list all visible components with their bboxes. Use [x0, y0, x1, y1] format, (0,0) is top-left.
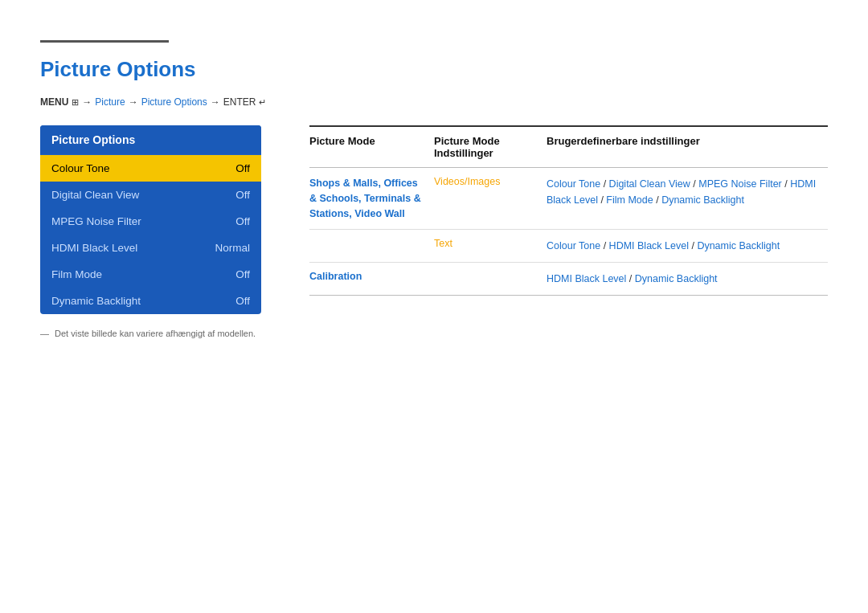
table-cell-picture-mode: Shops & Malls, Offices & Schools, Termin…: [309, 168, 434, 230]
menu-note: ― Det viste billede kan variere afhængig…: [40, 329, 261, 338]
table-cell-user-settings: Colour Tone / HDMI Black Level / Dynamic…: [547, 230, 828, 263]
menu-note-text: Det viste billede kan variere afhængigt …: [55, 329, 256, 338]
table-cell-picture-mode: [309, 230, 434, 263]
breadcrumb-link2[interactable]: Picture Options: [141, 96, 207, 108]
col-header-picture-mode: Picture Mode: [309, 127, 434, 168]
breadcrumb-arrow1: →: [82, 96, 92, 108]
setting-separator: /: [690, 178, 698, 190]
setting-separator: /: [600, 178, 608, 190]
table-header-row: Picture Mode Picture ModeIndstillinger B…: [309, 127, 828, 168]
page-title: Picture Options: [40, 57, 828, 82]
menu-box-title: Picture Options: [40, 125, 261, 155]
setting-separator: /: [689, 240, 697, 251]
menu-item-dynamic-backlight[interactable]: Dynamic BacklightOff: [40, 288, 261, 314]
breadcrumb-arrow3: →: [211, 96, 220, 108]
menu-item-value: Off: [235, 189, 250, 201]
top-divider: [40, 40, 169, 43]
menu-item-label: Digital Clean View: [51, 189, 139, 201]
breadcrumb-menu-icon: ⊞: [72, 97, 79, 108]
table-row: Shops & Malls, Offices & Schools, Termin…: [309, 168, 828, 230]
setting-link[interactable]: HDMI Black Level: [609, 240, 689, 251]
mode-label-text: Text: [434, 238, 452, 249]
setting-link[interactable]: Film Mode: [606, 194, 653, 206]
menu-item-colour-tone[interactable]: Colour ToneOff: [40, 155, 261, 182]
breadcrumb-arrow2: →: [129, 96, 138, 108]
setting-separator: /: [653, 194, 661, 206]
menu-item-value: Normal: [215, 242, 250, 254]
breadcrumb: MENU ⊞ → Picture → Picture Options → ENT…: [40, 96, 828, 108]
menu-item-label: Dynamic Backlight: [51, 295, 141, 307]
breadcrumb-enter: ENTER: [223, 96, 256, 108]
menu-item-film-mode[interactable]: Film ModeOff: [40, 261, 261, 288]
setting-separator: /: [598, 194, 606, 206]
table-panel: Picture Mode Picture ModeIndstillinger B…: [309, 125, 828, 296]
setting-link[interactable]: Colour Tone: [547, 178, 600, 190]
menu-item-label: Film Mode: [51, 268, 102, 280]
menu-item-value: Off: [235, 268, 250, 280]
mode-label-text: Videos/Images: [434, 176, 500, 187]
breadcrumb-menu: MENU: [40, 96, 68, 108]
table-row: TextColour Tone / HDMI Black Level / Dyn…: [309, 230, 828, 263]
table-row: CalibrationHDMI Black Level / Dynamic Ba…: [309, 263, 828, 296]
table-cell-user-settings: HDMI Black Level / Dynamic Backlight: [547, 263, 828, 296]
main-layout: Picture Options Colour ToneOffDigital Cl…: [40, 125, 828, 338]
setting-link[interactable]: MPEG Noise Filter: [698, 178, 782, 190]
info-table: Picture Mode Picture ModeIndstillinger B…: [309, 127, 828, 296]
menu-item-value: Off: [235, 215, 250, 227]
menu-item-value: Off: [235, 162, 250, 174]
setting-link[interactable]: HDMI Black Level: [547, 273, 626, 284]
menu-item-label: HDMI Black Level: [51, 242, 137, 254]
page-container: Picture Options MENU ⊞ → Picture → Pictu…: [0, 0, 868, 362]
setting-separator: /: [600, 240, 608, 251]
menu-item-label: Colour Tone: [51, 162, 110, 174]
setting-link[interactable]: Digital Clean View: [609, 178, 690, 190]
table-cell-picture-mode: Calibration: [309, 263, 434, 296]
menu-item-label: MPEG Noise Filter: [51, 215, 141, 227]
setting-link[interactable]: Dynamic Backlight: [697, 240, 780, 251]
table-cell-mode-label: [434, 263, 547, 296]
menu-box: Picture Options Colour ToneOffDigital Cl…: [40, 125, 261, 314]
breadcrumb-enter-icon: ↵: [259, 97, 266, 108]
col-header-brugerdefinerbare: Brugerdefinerbare indstillinger: [547, 127, 828, 168]
setting-separator: /: [782, 178, 790, 190]
setting-link[interactable]: Dynamic Backlight: [635, 273, 718, 284]
setting-separator: /: [626, 273, 634, 284]
table-cell-mode-label: Text: [434, 230, 547, 263]
table-body: Shops & Malls, Offices & Schools, Termin…: [309, 168, 828, 296]
menu-item-hdmi-black-level[interactable]: HDMI Black LevelNormal: [40, 235, 261, 261]
menu-item-mpeg-noise-filter[interactable]: MPEG Noise FilterOff: [40, 208, 261, 235]
col-header-indstillinger: Picture ModeIndstillinger: [434, 127, 547, 168]
menu-panel: Picture Options Colour ToneOffDigital Cl…: [40, 125, 261, 338]
menu-item-digital-clean-view[interactable]: Digital Clean ViewOff: [40, 182, 261, 208]
table-cell-mode-label: Videos/Images: [434, 168, 547, 230]
table-cell-user-settings: Colour Tone / Digital Clean View / MPEG …: [547, 168, 828, 230]
menu-item-value: Off: [235, 295, 250, 307]
setting-link[interactable]: Colour Tone: [547, 240, 600, 251]
menu-items-container: Colour ToneOffDigital Clean ViewOffMPEG …: [40, 155, 261, 314]
setting-link[interactable]: Dynamic Backlight: [661, 194, 744, 206]
breadcrumb-link1[interactable]: Picture: [95, 96, 125, 108]
